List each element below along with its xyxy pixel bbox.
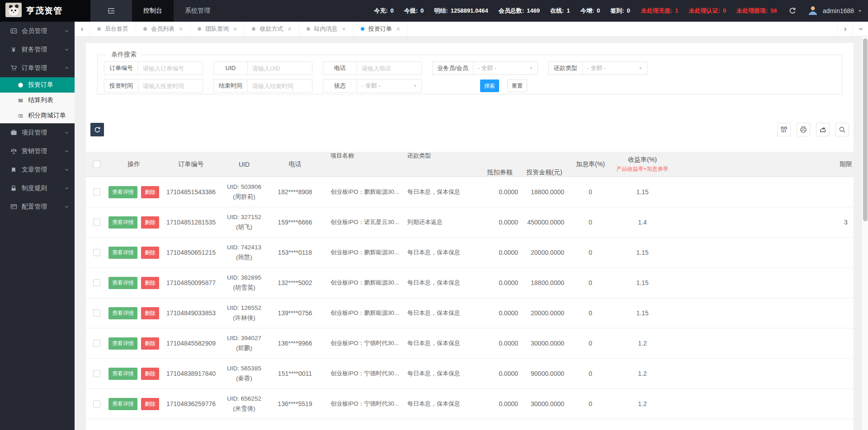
tab-dot-icon (97, 27, 101, 31)
tab[interactable]: 站内消息 × (299, 22, 354, 36)
cell-term: 3 (675, 207, 854, 237)
nav-item-system[interactable]: 系统管理 (174, 0, 222, 22)
view-detail-button[interactable]: 查看详情 (108, 277, 137, 289)
rich-list-icon (17, 113, 24, 119)
view-detail-button[interactable]: 查看详情 (108, 307, 137, 319)
cell-term (675, 177, 854, 207)
tab[interactable]: 后台首页 (90, 22, 136, 36)
view-detail-button[interactable]: 查看详情 (108, 368, 137, 380)
col-phone: 电话 (267, 152, 323, 177)
tabs-scroll-right-icon[interactable]: › (837, 22, 853, 36)
row-checkbox[interactable] (93, 370, 100, 377)
tab-close-icon[interactable]: × (342, 25, 346, 33)
select-all-checkbox[interactable] (93, 161, 100, 168)
row-checkbox[interactable] (93, 279, 100, 286)
view-detail-button[interactable]: 查看详情 (108, 337, 137, 350)
table-refresh-button[interactable] (90, 123, 104, 136)
cell-yield: 1.15 (610, 298, 675, 328)
sidebar-item[interactable]: 文章管理 (0, 160, 75, 179)
user-menu[interactable]: admin1688 ▼ (807, 5, 862, 18)
sidebar-item[interactable]: 项目管理 (0, 123, 75, 142)
row-checkbox[interactable] (93, 219, 100, 226)
tabbar: ‹ 后台首页 会员列表 × 团队查询 × 收款方式 (75, 22, 868, 37)
export-button[interactable] (816, 123, 830, 136)
reset-button[interactable]: 重置 (507, 79, 527, 92)
end-time-input[interactable] (247, 79, 312, 93)
sidebar-item[interactable]: 配置管理 (0, 197, 75, 216)
delete-button[interactable]: 删除 (141, 186, 159, 198)
end-time-field: 结束时间 (213, 79, 312, 93)
cell-order-no (160, 419, 222, 430)
cell-phone: 136****5519 (267, 389, 323, 419)
tab[interactable]: 团队查询 × (190, 22, 245, 36)
cell-repay-type: 每日本息，保本保息 (400, 298, 481, 328)
view-detail-button[interactable]: 查看详情 (108, 398, 137, 410)
sidebar-item[interactable]: 会员管理 (0, 22, 75, 40)
row-checkbox[interactable] (93, 340, 100, 347)
row-checkbox[interactable] (93, 309, 100, 317)
refresh-icon[interactable] (789, 7, 796, 14)
orders-table: 操作 订单编号 UID 电话 项目名称 还款类型 抵扣券额 投资金额(元) 加息… (86, 152, 854, 430)
print-button[interactable] (797, 123, 810, 136)
alert-item[interactable]: 未处理充值:1 (641, 7, 679, 15)
delete-button[interactable]: 删除 (141, 216, 159, 229)
delete-button[interactable]: 删除 (141, 368, 159, 380)
view-detail-button[interactable]: 查看详情 (108, 216, 137, 229)
table-search-button[interactable] (835, 123, 849, 136)
tab-close-icon[interactable]: × (288, 25, 291, 33)
cell-amount (524, 419, 571, 430)
sidebar-item[interactable]: ¥ 财务管理 (0, 40, 75, 59)
sidebar-item[interactable]: 订单管理 (0, 59, 75, 77)
order-no-input[interactable] (138, 61, 203, 75)
delete-button[interactable]: 删除 (141, 247, 159, 259)
nav-item-console[interactable]: 控制台 (132, 0, 174, 22)
phone-input[interactable] (357, 61, 422, 75)
cell-order-no: 17104838917840 (160, 359, 222, 388)
tab-close-icon[interactable]: × (396, 25, 400, 33)
row-checkbox[interactable] (93, 249, 100, 256)
view-detail-button[interactable]: 查看详情 (108, 247, 137, 259)
cell-uid: UID: 394027(郑鹏) (222, 328, 267, 358)
delete-button[interactable]: 删除 (141, 277, 159, 289)
tab[interactable]: 收款方式 × (245, 22, 299, 36)
row-checkbox[interactable] (93, 400, 100, 407)
cell-repay-type: 每日本息，保本保息 (400, 268, 481, 298)
sidebar-item[interactable]: 营销管理 (0, 142, 75, 160)
sidebar-item[interactable]: 积分商城订单 (0, 108, 75, 123)
table-tools (777, 123, 849, 136)
bookmark-icon (9, 167, 18, 173)
tab-close-icon[interactable]: × (233, 25, 237, 33)
chevron-down-icon (64, 28, 69, 33)
cell-uid: UID: 327152(胡飞) (222, 207, 267, 237)
shopping-cart-icon (9, 65, 18, 71)
invest-time-input[interactable] (138, 79, 203, 93)
delete-button[interactable]: 删除 (141, 398, 159, 410)
search-button[interactable]: 搜索 (480, 79, 499, 92)
sidebar-item[interactable]: 结算列表 (0, 93, 75, 108)
scrollbar-thumb[interactable] (863, 38, 868, 221)
alert-item[interactable]: 未处理认证:0 (689, 7, 726, 15)
stat-item: 在线:1 (550, 7, 570, 15)
sidebar-item[interactable]: 制度规则 (0, 179, 75, 197)
scrollbar[interactable] (862, 37, 868, 430)
row-checkbox[interactable] (93, 188, 100, 196)
tab[interactable]: 投资订单 × (354, 22, 408, 36)
status-select[interactable]: - 全部 -▼ (357, 79, 422, 93)
cell-rate-add: 0 (571, 238, 610, 267)
alert-item[interactable]: 未处理提现:56 (736, 7, 777, 15)
agent-select[interactable]: - 全部 -▼ (473, 61, 538, 75)
search-legend: 条件搜索 (107, 51, 141, 59)
filter-columns-button[interactable] (777, 123, 791, 136)
uid-input[interactable] (247, 61, 312, 75)
sidebar-item[interactable]: 投资订单 (0, 77, 75, 93)
cell-repay-type: 每日本息，保本保息 (400, 359, 481, 388)
delete-button[interactable]: 删除 (141, 337, 159, 350)
tab-close-icon[interactable]: × (179, 25, 183, 33)
tab[interactable]: 会员列表 × (136, 22, 190, 36)
tabs-scroll-left-icon[interactable]: ‹ (75, 22, 90, 36)
view-detail-button[interactable]: 查看详情 (108, 186, 137, 198)
delete-button[interactable]: 删除 (141, 307, 159, 319)
sidebar-toggle-icon[interactable] (90, 0, 132, 22)
tabs-menu-icon[interactable] (853, 22, 868, 36)
repay-type-select[interactable]: - 全部 -▼ (582, 61, 647, 75)
